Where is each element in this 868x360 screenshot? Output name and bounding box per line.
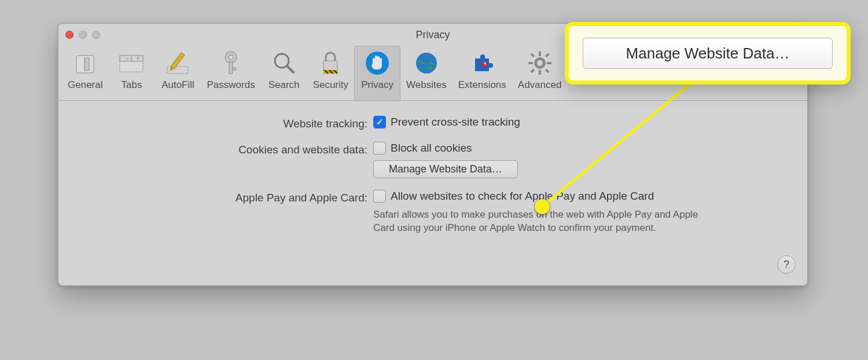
svg-text:+: + <box>137 56 139 61</box>
svg-rect-30 <box>530 53 535 57</box>
tab-security[interactable]: Security <box>307 46 354 101</box>
allow-apple-pay-check-checkbox[interactable] <box>373 190 386 203</box>
tab-label: Privacy <box>361 79 393 91</box>
callout-manage-website-data-button: Manage Website Data… <box>583 38 833 69</box>
privacy-pane: Website tracking: Prevent cross-site tra… <box>58 101 807 235</box>
svg-point-34 <box>537 60 543 66</box>
switch-icon <box>73 47 97 79</box>
tab-tabs[interactable]: ← + Tabs <box>108 46 155 101</box>
website-tracking-row: Website tracking: Prevent cross-site tra… <box>58 116 807 130</box>
svg-rect-27 <box>539 70 541 75</box>
close-window-button[interactable] <box>65 31 73 39</box>
globe-icon <box>414 47 439 79</box>
prevent-cross-site-tracking-text: Prevent cross-site tracking <box>391 116 520 128</box>
svg-rect-31 <box>545 53 549 57</box>
help-button[interactable]: ? <box>777 255 796 274</box>
tab-autofill[interactable]: AutoFill <box>155 46 201 101</box>
prevent-cross-site-tracking-checkbox[interactable] <box>373 116 386 128</box>
tab-privacy[interactable]: Privacy <box>354 46 400 101</box>
tab-label: Tabs <box>122 79 142 91</box>
tab-label: Extensions <box>458 79 506 91</box>
svg-rect-26 <box>539 52 541 56</box>
tab-label: Websites <box>406 79 447 91</box>
tab-general[interactable]: General <box>62 46 108 101</box>
svg-point-11 <box>229 55 233 60</box>
tab-passwords[interactable]: Passwords <box>201 46 260 101</box>
apple-pay-label: Apple Pay and Apple Card: <box>58 190 373 204</box>
manage-website-data-button[interactable]: Manage Website Data… <box>373 160 518 178</box>
website-tracking-label: Website tracking: <box>58 116 373 130</box>
allow-apple-pay-check-text: Allow websites to check for Apple Pay an… <box>391 190 654 203</box>
svg-rect-1 <box>84 58 89 71</box>
tab-websites[interactable]: Websites <box>400 46 453 101</box>
zoom-window-button[interactable] <box>92 31 100 39</box>
cookies-label: Cookies and website data: <box>58 142 373 156</box>
minimize-window-button[interactable] <box>79 31 87 39</box>
magnifier-icon <box>271 47 297 79</box>
tab-label: Passwords <box>207 79 255 91</box>
hand-stop-icon <box>365 47 390 79</box>
tabs-icon: ← + <box>117 47 145 79</box>
puzzle-icon <box>469 47 495 79</box>
gear-icon <box>527 47 553 79</box>
svg-point-23 <box>481 61 487 67</box>
tab-extensions[interactable]: Extensions <box>453 46 512 101</box>
tab-label: AutoFill <box>161 79 194 91</box>
svg-rect-13 <box>233 68 236 70</box>
svg-text:←: ← <box>126 56 131 61</box>
tab-label: Search <box>269 79 300 91</box>
tab-label: General <box>68 79 102 91</box>
lock-icon <box>318 47 343 79</box>
block-all-cookies-text: Block all cookies <box>391 142 472 155</box>
svg-rect-2 <box>120 60 143 72</box>
window-controls <box>65 31 100 39</box>
block-all-cookies-checkbox[interactable] <box>373 142 386 155</box>
tab-label: Security <box>313 79 348 91</box>
tab-label: Advanced <box>518 79 562 91</box>
callout-highlight-dot <box>535 199 550 214</box>
svg-rect-12 <box>229 62 233 74</box>
tab-search[interactable]: Search <box>261 46 307 101</box>
key-icon <box>218 47 244 79</box>
svg-rect-33 <box>545 69 549 74</box>
svg-line-15 <box>287 66 293 72</box>
window-title: Privacy <box>415 29 450 41</box>
svg-rect-29 <box>547 62 551 64</box>
svg-rect-32 <box>530 69 535 74</box>
callout-highlight-box: Manage Website Data… <box>565 22 851 85</box>
cookies-row: Cookies and website data: Block all cook… <box>58 142 807 178</box>
apple-pay-row: Apple Pay and Apple Card: Allow websites… <box>58 190 807 235</box>
pencil-icon <box>164 47 192 79</box>
tab-advanced[interactable]: Advanced <box>512 46 568 101</box>
svg-rect-28 <box>528 62 533 64</box>
